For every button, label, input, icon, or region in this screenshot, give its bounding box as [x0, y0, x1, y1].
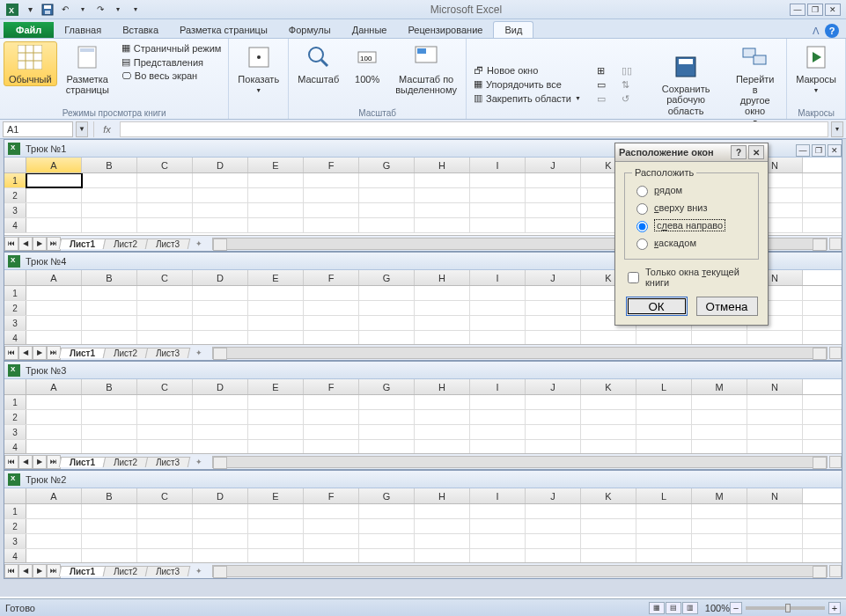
dialog-ok-button[interactable]: ОК	[626, 297, 688, 316]
column-header[interactable]: C	[137, 379, 193, 394]
new-sheet-button[interactable]: ✦	[190, 458, 208, 466]
cell[interactable]	[137, 534, 193, 548]
cell[interactable]	[137, 203, 193, 217]
zoom-percent[interactable]: 100%	[705, 603, 730, 613]
cell[interactable]	[470, 395, 526, 409]
cell[interactable]	[359, 395, 415, 409]
cell[interactable]	[248, 188, 304, 202]
next-sheet-button[interactable]: ▶	[33, 237, 47, 251]
page-break-preview-button[interactable]: ▦Страничный режим	[118, 41, 225, 55]
column-header[interactable]: E	[248, 488, 304, 503]
sheet-tab[interactable]: Лист2	[103, 238, 149, 249]
cell[interactable]	[304, 286, 359, 300]
tab-view[interactable]: Вид	[493, 21, 533, 38]
sheet-tab[interactable]: Лист1	[59, 457, 107, 467]
cell[interactable]	[415, 410, 470, 424]
cell[interactable]	[359, 203, 415, 217]
cell[interactable]	[747, 549, 803, 562]
column-header[interactable]: G	[359, 379, 415, 394]
reset-position-button[interactable]: ↺	[618, 92, 636, 106]
cell[interactable]	[248, 519, 304, 533]
cell[interactable]	[636, 395, 692, 409]
cell[interactable]	[26, 218, 82, 232]
tab-page-layout[interactable]: Разметка страницы	[169, 22, 278, 38]
cell[interactable]	[137, 549, 193, 562]
cell[interactable]	[415, 549, 470, 562]
next-sheet-button[interactable]: ▶	[33, 564, 47, 578]
column-header[interactable]: E	[248, 158, 304, 172]
cell[interactable]	[137, 173, 193, 187]
row-header[interactable]: 4	[4, 218, 26, 232]
column-header[interactable]: I	[470, 488, 526, 503]
cell[interactable]	[304, 395, 359, 409]
column-header[interactable]: G	[359, 488, 415, 503]
column-header[interactable]: F	[304, 379, 359, 394]
cell[interactable]	[193, 316, 248, 330]
column-header[interactable]: A	[26, 488, 82, 503]
row-header[interactable]: 2	[4, 188, 26, 202]
zoom-100-button[interactable]: 100 100%	[348, 41, 386, 86]
sheet-tab[interactable]: Лист1	[59, 348, 107, 358]
page-break-status-button[interactable]: ▥	[682, 602, 698, 614]
current-book-only-checkbox[interactable]	[628, 272, 639, 283]
qat-customize-icon[interactable]: ▾	[129, 3, 143, 17]
tab-review[interactable]: Рецензирование	[397, 22, 493, 38]
cell[interactable]	[248, 301, 304, 315]
show-button[interactable]: Показать ▼	[232, 41, 284, 96]
cell[interactable]	[26, 301, 82, 315]
cell[interactable]	[359, 504, 415, 518]
cell[interactable]	[304, 504, 359, 518]
cell[interactable]	[248, 331, 304, 344]
row-header[interactable]: 1	[4, 286, 26, 300]
cell[interactable]	[526, 395, 581, 409]
row-header[interactable]: 1	[4, 395, 26, 409]
cell[interactable]	[636, 504, 692, 518]
save-icon[interactable]	[40, 3, 55, 17]
cell[interactable]	[26, 519, 82, 533]
tab-formulas[interactable]: Формулы	[278, 22, 342, 38]
arrange-all-button[interactable]: ▦Упорядочить все	[470, 77, 585, 91]
cell[interactable]	[26, 203, 82, 217]
cell[interactable]	[26, 410, 82, 424]
column-header[interactable]: A	[26, 379, 82, 394]
column-header[interactable]: J	[526, 379, 581, 394]
cell[interactable]	[415, 316, 470, 330]
column-header[interactable]: N	[747, 488, 803, 503]
tab-home[interactable]: Главная	[54, 22, 112, 38]
cell[interactable]	[581, 331, 636, 344]
file-tab[interactable]: Файл	[4, 22, 54, 38]
cell[interactable]	[304, 331, 359, 344]
cell[interactable]	[526, 203, 581, 217]
column-header[interactable]: H	[415, 488, 470, 503]
cell[interactable]	[304, 218, 359, 232]
side-by-side-button[interactable]: ▯▯	[618, 64, 636, 77]
vertical-scrollbar-down[interactable]	[829, 238, 842, 250]
row-header[interactable]: 4	[4, 549, 26, 562]
column-header[interactable]: A	[26, 158, 82, 172]
dialog-help-button[interactable]: ?	[731, 145, 747, 159]
cell[interactable]	[137, 301, 193, 315]
cell[interactable]	[526, 286, 581, 300]
cell[interactable]	[470, 286, 526, 300]
column-header[interactable]: C	[137, 270, 193, 285]
full-screen-button[interactable]: 🖵Во весь экран	[118, 70, 225, 82]
cell[interactable]	[359, 188, 415, 202]
cell[interactable]	[26, 173, 82, 187]
cell[interactable]	[26, 316, 82, 330]
sync-scroll-button[interactable]: ⇅	[618, 78, 636, 92]
column-header[interactable]: G	[359, 270, 415, 285]
cell[interactable]	[581, 395, 636, 409]
cell[interactable]	[470, 504, 526, 518]
sheet-tab[interactable]: Лист3	[145, 566, 191, 576]
cell[interactable]	[26, 395, 82, 409]
normal-view-button[interactable]: Обычный	[4, 41, 57, 86]
cell[interactable]	[82, 188, 137, 202]
select-all-corner[interactable]	[4, 158, 26, 172]
minimize-button[interactable]: —	[790, 4, 806, 16]
cell[interactable]	[26, 286, 82, 300]
sheet-tab[interactable]: Лист3	[145, 457, 191, 467]
cell[interactable]	[359, 549, 415, 562]
cell[interactable]	[359, 173, 415, 187]
cell[interactable]	[82, 410, 137, 424]
sheet-tab[interactable]: Лист2	[103, 566, 149, 576]
